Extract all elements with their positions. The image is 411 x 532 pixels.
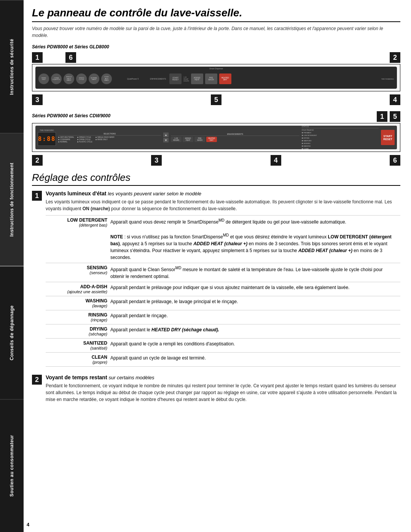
on-marche-bold: ON (marche) (83, 206, 110, 211)
panel2-image: TIME REMAINING 8:88 SELECTIONS ANTI-BACT… (32, 123, 400, 152)
panel1-buttons-row: RINSEONLY CHINAPLASTICS SINGLERACKWASH S… (38, 73, 394, 84)
single-rack-wash-btn[interactable]: SINGLERACKWASH (64, 73, 74, 84)
p2-status-area: STATUS Smart Dispense PREWASH LOW DETERG… (302, 125, 379, 150)
arrow-down[interactable]: ▼ (163, 138, 169, 142)
rinsing-desc: Apparaît pendant le rinçage. (110, 310, 400, 324)
spacer3 (43, 94, 211, 105)
panel2-num-bot-6: 6 (390, 155, 400, 166)
china-plastics-btn[interactable]: CHINAPLASTICS (51, 73, 62, 84)
sidebar-tab-depannage[interactable]: Conseils de dépannage (0, 266, 24, 399)
clean-label: CLEAN (propre) (46, 353, 110, 367)
item-voyants: 1 Voyants lumineux d'état les voyants pe… (32, 190, 400, 369)
panel2-num-bot-2: 2 (32, 155, 43, 166)
sp7 (281, 155, 390, 166)
added-heat-btn[interactable]: ADDEDHEAT (191, 73, 203, 84)
enh-added-heat-btn[interactable]: ADDEDHEAT (183, 137, 193, 142)
selections-title: SELECTIONS (58, 133, 161, 136)
p2-selections: SELECTIONS ANTI-BACTERIAL COOKWARE NORMA… (58, 133, 161, 143)
item1-heading-sub: les voyants peuvent varier selon le modè… (108, 191, 201, 197)
normal-wash-btn[interactable]: NORMALWASH (89, 73, 99, 84)
spacer (76, 52, 233, 63)
start-reset-p2-btn[interactable]: START RESET (381, 130, 395, 145)
pre-wash-btn[interactable]: PREWASH (205, 73, 217, 84)
low-detergent-sub: (détergent bas) (46, 223, 107, 227)
enh-heated-dry-btn[interactable]: HEATEDDRY (206, 137, 217, 142)
sidebar-tab-consommateur[interactable]: Soutien au consommateur (0, 399, 24, 532)
panel2-top-nums-right: 1 5 (377, 111, 400, 122)
time-remaining-p2-label: TIME REMAINING (38, 129, 56, 131)
heated-dry-btn[interactable]: HEATEDDRY (219, 73, 231, 84)
speed-cycle-btn[interactable]: SPEEDCYCLE (76, 73, 87, 84)
panel1-num-2: 2 (390, 52, 400, 63)
def-row-sanitized: SANITIZED (sanitisé) Apparaît quand le c… (46, 339, 400, 353)
sidebar-tab-securite[interactable]: Instructions de sécurité (0, 0, 24, 133)
status-washing: WASHING (302, 145, 379, 147)
panel1-num-6: 6 (65, 52, 76, 63)
enh-delay-btn[interactable]: 1-24HOURS (171, 137, 182, 142)
p2-sel-col2: SPEED CYCLE CHINA CYCLE PLASTIC CYCLE (77, 136, 92, 143)
p2-arrows[interactable]: ▲ ▼ (163, 133, 169, 142)
cookware-item: COOKWARE (58, 139, 74, 141)
p2-time-display: 8:88 (38, 132, 56, 146)
main-content: Le panneau de contrôle du lave-vaisselle… (24, 0, 411, 419)
quiet-power-label: QuietPower 5 (127, 78, 139, 80)
reset-label: RESET (383, 138, 392, 141)
rinsing-sub: (rinçage) (46, 318, 107, 322)
drying-desc: Apparaît pendant le HEATED DRY (séchage … (110, 324, 400, 339)
panel1-num-1: 1 (32, 52, 43, 63)
start-reset-btn[interactable]: STARTRESET (169, 73, 182, 84)
item1-heading: Voyants lumineux d'état les voyants peuv… (46, 190, 400, 197)
item2-heading-bold: Voyant de temps restant (46, 374, 107, 380)
def-row-drying: DRYING (séchage) Apparaît pendant le HEA… (46, 324, 400, 339)
panel2-num-top-1: 1 (377, 111, 387, 122)
panel2-inner: TIME REMAINING 8:88 SELECTIONS ANTI-BACT… (35, 126, 397, 149)
page-title: Le panneau de contrôle du lave-vaisselle… (32, 7, 400, 22)
status-indicators: 1-24DELAYHOURS (183, 76, 189, 82)
status-sensing: SENSING (302, 142, 379, 144)
panel1-num-5: 5 (211, 94, 221, 105)
washing-label: WASHING (lavage) (46, 296, 110, 310)
start-label: START (384, 135, 392, 137)
sanitized-label: SANITIZED (sanitisé) (46, 339, 110, 353)
sensing-sub: (senseur) (46, 270, 107, 275)
enh-buttons-row: 1-24HOURS ADDEDHEAT PREWASH HEATEDDRY (171, 137, 299, 142)
p2-sel-col1: ANTI-BACTERIAL COOKWARE NORMAL (58, 136, 74, 143)
status-drying: DRYING (302, 137, 379, 139)
sidebar: Instructions de sécurité Instructions de… (0, 0, 24, 532)
item2-body: Pendant le fonctionnement, ce voyant ind… (46, 382, 400, 403)
rinse-only-btn[interactable]: RINSEONLY (38, 73, 49, 84)
speed-cycle-item: SPEED CYCLE (77, 136, 92, 138)
spacer4 (221, 94, 390, 105)
series1-header: Séries PDW8000 et Séries GLD8000 (32, 44, 400, 51)
delay-hours-label: 1-24DELAYHOURS (183, 76, 189, 82)
normal-item: NORMAL (58, 141, 74, 143)
item2-number: 2 (32, 375, 42, 385)
status-title: STATUS (302, 125, 379, 128)
panel2-num-bot-4: 4 (271, 155, 281, 166)
sp5 (43, 155, 151, 166)
enhancements-title-p2: ENHANCEMENTS (171, 133, 299, 136)
sp6 (162, 155, 270, 166)
drying-sub: (séchage) (46, 332, 107, 336)
definitions-table: LOW DETERGENT (détergent bas) Apparaît q… (46, 215, 400, 367)
series1-label: Séries PDW8000 et Séries GLD8000 (32, 44, 109, 50)
item1-content: Voyants lumineux d'état les voyants peuv… (46, 190, 400, 369)
panel1-num-4: 4 (390, 94, 400, 105)
panel2-num-bot-3: 3 (151, 155, 162, 166)
enh-pre-wash-btn[interactable]: PREWASH (194, 137, 205, 142)
panel1-bottom-numbers: 3 5 4 (32, 94, 400, 105)
enhancements-label: ENHANCEMENTS (150, 78, 166, 80)
panel1-image: Smart Dispense RINSEONLY CHINAPLASTICS S… (32, 64, 400, 91)
time-remaining-label: TIME REMAINING (233, 78, 394, 80)
panel2-num-top-5: 5 (390, 111, 400, 122)
cook-anti-ware-btn[interactable]: COOKANTIWARE (101, 73, 112, 84)
panel1-top-numbers: 1 6 2 (32, 52, 400, 63)
arrow-up[interactable]: ▲ (163, 133, 169, 137)
def-row-add-a-dish: ADD-A-DISH (ajoutez une assiette) Appara… (46, 282, 400, 296)
panel1-num-3: 3 (32, 94, 43, 105)
item1-heading-bold: Voyants lumineux d'état (46, 190, 106, 197)
p2-enhancements-area: ENHANCEMENTS 1-24HOURS ADDEDHEAT PREWASH… (171, 133, 299, 142)
sidebar-tab-fonctionnement[interactable]: Instructions de fonctionnement (0, 133, 24, 266)
sanitized-desc: Apparaît quand le cycle a rempli les con… (110, 339, 400, 353)
panels-section: Séries PDW8000 et Séries GLD8000 1 6 2 S… (32, 44, 400, 166)
